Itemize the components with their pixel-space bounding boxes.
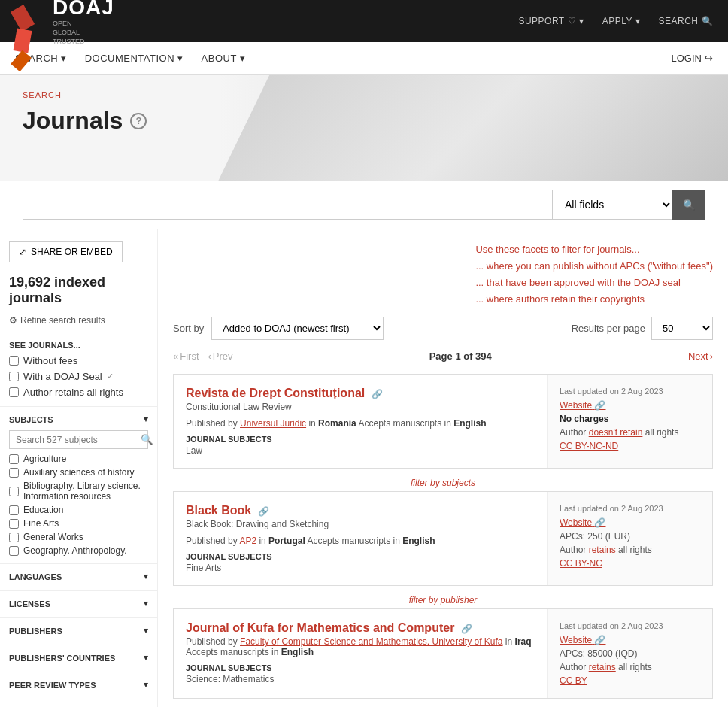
breadcrumb: SEARCH xyxy=(23,90,147,99)
author-link[interactable]: retains xyxy=(589,545,616,555)
subject-bibliography[interactable]: Bibliography. Library science. Informati… xyxy=(0,479,157,503)
sort-results-row: Sort by Added to DOAJ (newest first) Tit… xyxy=(173,317,713,340)
journal-subtitle: Constitutional Law Review xyxy=(186,402,535,412)
sidebar: ⤢ SHARE OR EMBED 19,692 indexed journals… xyxy=(0,229,158,707)
logo[interactable]: DOAJ OPENGLOBALTRUSTED xyxy=(15,0,114,47)
apply-nav[interactable]: APPLY ▾ xyxy=(602,16,641,26)
languages-section-header[interactable]: LANGUAGES ▾ xyxy=(0,563,157,584)
see-journals-label: SEE JOURNALS... xyxy=(0,335,157,353)
subject-education[interactable]: Education xyxy=(0,503,157,517)
hero-content: SEARCH Journals ? xyxy=(23,90,147,135)
doaj-seal-checkbox[interactable] xyxy=(9,372,19,381)
content-area: Use these facets to filter for journals.… xyxy=(158,229,728,707)
subject-fine-arts[interactable]: Fine Arts xyxy=(0,517,157,530)
journal-published: Published by AP2 in Portugal Accepts man… xyxy=(186,536,535,546)
search-icon: 🔍 xyxy=(702,16,714,26)
logo-text: DOAJ xyxy=(53,0,114,20)
journal-subjects: Fine Arts xyxy=(186,563,535,573)
journal-title[interactable]: Journal of Kufa for Mathematics and Comp… xyxy=(186,621,535,635)
subject-geography[interactable]: Geography. Anthropology. xyxy=(0,544,157,557)
licenses-section-header[interactable]: LICENSES ▾ xyxy=(0,590,157,611)
publisher-link[interactable]: AP2 xyxy=(239,536,256,546)
website-link[interactable]: Website 🔗 xyxy=(560,517,700,528)
logo-icon xyxy=(15,7,47,35)
share-icon: ⤢ xyxy=(19,247,26,257)
author-rights-checkbox[interactable] xyxy=(9,387,19,397)
next-button[interactable]: Next › xyxy=(688,350,713,362)
publisher-link[interactable]: Faculty of Computer Science and Mathemat… xyxy=(240,636,502,647)
date-added-section-header[interactable]: DATE ADDED ▾ xyxy=(0,699,157,707)
subjects-section-header[interactable]: SUBJECTS ▾ xyxy=(0,406,157,427)
author-rights: Author retains all rights xyxy=(560,662,700,672)
journal-title[interactable]: Revista de Drept Constituțional 🔗 xyxy=(186,387,535,400)
chevron-right-icon: › xyxy=(710,350,713,362)
website-link[interactable]: Website 🔗 xyxy=(560,400,700,411)
author-rights: Author doesn't retain all rights xyxy=(560,427,700,438)
annotation-area: Use these facets to filter for journals.… xyxy=(173,241,713,308)
nav-documentation[interactable]: DOCUMENTATION ▾ xyxy=(85,42,184,74)
hero-background xyxy=(218,75,728,181)
publisher-link[interactable]: Universul Juridic xyxy=(240,418,306,429)
license-link[interactable]: CC BY-NC-ND xyxy=(560,441,700,451)
seal-icon: ✓ xyxy=(107,372,114,381)
share-embed-button[interactable]: ⤢ SHARE OR EMBED xyxy=(9,241,123,262)
chevron-down-icon: ▾ xyxy=(144,414,148,424)
field-select[interactable]: All fields Title ISSN Subject Publisher … xyxy=(552,190,672,220)
journal-title[interactable]: Black Book 🔗 xyxy=(186,504,535,517)
peer-review-section-header[interactable]: PEER REVIEW TYPES ▾ xyxy=(0,672,157,693)
subject-auxiliary[interactable]: Auxiliary sciences of history xyxy=(0,466,157,479)
publishers-countries-section-header[interactable]: PUBLISHERS' COUNTRIES ▾ xyxy=(0,645,157,666)
pagination-row: « First ‹ Prev Page 1 of 394 Next › xyxy=(173,350,713,362)
search-nav[interactable]: SEARCH 🔍 xyxy=(658,16,713,26)
external-link-icon: 🔗 xyxy=(258,506,269,517)
subjects-search-input[interactable] xyxy=(10,432,135,448)
without-fees-checkbox[interactable] xyxy=(9,356,19,366)
help-icon[interactable]: ? xyxy=(130,113,147,129)
chevron-down-icon: ▾ xyxy=(61,53,67,64)
hint-line-3: ... that have been approved with the DOA… xyxy=(475,275,713,291)
website-link[interactable]: Website 🔗 xyxy=(560,635,700,645)
results-per-page-area: Results per page 10 25 50 100 xyxy=(572,317,713,340)
journal-card-meta: Last updated on 2 Aug 2023 Website 🔗 APC… xyxy=(547,609,712,698)
search-button[interactable]: 🔍 xyxy=(672,190,705,220)
license-link[interactable]: CC BY xyxy=(560,675,700,686)
pagination-nav: « First ‹ Prev xyxy=(173,350,233,362)
journal-published: Published by Faculty of Computer Science… xyxy=(186,636,535,657)
subject-agriculture[interactable]: Agriculture xyxy=(0,452,157,466)
journal-card-meta: Last updated on 2 Aug 2023 Website 🔗 APC… xyxy=(547,492,712,585)
chevron-down-icon: ▾ xyxy=(240,53,246,64)
doaj-seal-filter[interactable]: With a DOAJ Seal ✓ xyxy=(0,369,157,384)
heart-icon: ♡ xyxy=(568,16,577,26)
search-input[interactable] xyxy=(23,190,552,220)
without-fees-filter[interactable]: Without fees xyxy=(0,353,157,369)
refine-label: ⚙ Refine search results xyxy=(0,315,157,335)
journal-card: Revista de Drept Constituțional 🔗 Consti… xyxy=(173,374,713,469)
support-nav[interactable]: SUPPORT ♡ ▾ xyxy=(518,16,584,26)
author-link[interactable]: doesn't retain xyxy=(589,427,643,438)
journal-card-main: Revista de Drept Constituțional 🔗 Consti… xyxy=(174,375,547,468)
external-link-icon: 🔗 xyxy=(594,517,605,528)
publishers-section-header[interactable]: PUBLISHERS ▾ xyxy=(0,617,157,639)
external-link-icon: 🔗 xyxy=(594,400,605,411)
login-button[interactable]: LOGIN ↪ xyxy=(672,53,713,64)
first-button[interactable]: « First xyxy=(173,350,199,362)
apcs-info: APCs: 85000 (IQD) xyxy=(560,648,700,659)
page-title: Journals ? xyxy=(23,107,147,135)
prev-button[interactable]: ‹ Prev xyxy=(208,350,233,362)
page-info: Page 1 of 394 xyxy=(429,350,492,362)
journal-card-main: Black Book 🔗 Black Book: Drawing and Ske… xyxy=(174,492,547,585)
author-rights-filter[interactable]: Author retains all rights xyxy=(0,384,157,400)
nav-about[interactable]: ABOUT ▾ xyxy=(202,42,246,74)
sort-select[interactable]: Added to DOAJ (newest first) Title (A-Z)… xyxy=(211,317,384,340)
journals-count: 19,692 indexed journals xyxy=(0,275,157,315)
license-link[interactable]: CC BY-NC xyxy=(560,558,700,569)
journal-card: Black Book 🔗 Black Book: Drawing and Ske… xyxy=(173,491,713,586)
author-link[interactable]: retains xyxy=(589,662,616,672)
subjects-search-button[interactable]: 🔍 xyxy=(135,431,159,448)
annotation-hints: Use these facets to filter for journals.… xyxy=(475,241,713,308)
main-layout: ⤢ SHARE OR EMBED 19,692 indexed journals… xyxy=(0,229,728,707)
search-icon: 🔍 xyxy=(141,434,153,445)
results-per-page-select[interactable]: 10 25 50 100 xyxy=(651,317,713,340)
apcs-info: APCs: 250 (EUR) xyxy=(560,531,700,542)
subject-general-works[interactable]: General Works xyxy=(0,530,157,544)
